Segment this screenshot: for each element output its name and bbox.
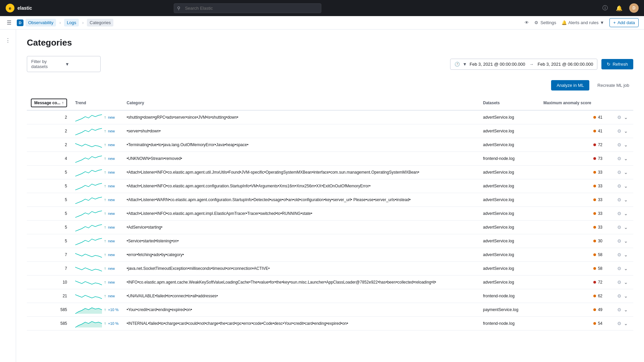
anomaly-dot xyxy=(593,226,596,229)
recreate-ml-btn[interactable]: Recreate ML job xyxy=(593,80,633,90)
row-settings-icon[interactable]: ⚙ xyxy=(617,197,622,202)
observe-icon-btn[interactable]: 👁 xyxy=(525,20,529,25)
row-settings-icon[interactable]: ⚙ xyxy=(617,293,622,299)
trend-cell: ↑ new xyxy=(71,152,123,166)
expand-btn[interactable]: ⌄ xyxy=(623,306,629,313)
anomaly-dot xyxy=(593,130,596,132)
actions-cell: ⚙ ⌄ xyxy=(606,110,633,124)
sparkline-svg xyxy=(75,251,102,259)
row-settings-icon[interactable]: ⚙ xyxy=(617,252,622,257)
expand-btn[interactable]: ⌄ xyxy=(623,114,629,121)
category-cell: •Attach•Listener•WARN•co.elastic.apm.age… xyxy=(123,193,479,207)
breadcrumb-observability[interactable]: Observability xyxy=(25,19,56,26)
dataset-cell: frontend-node.log xyxy=(479,289,539,303)
anomaly-cell: 33 xyxy=(539,179,606,193)
add-data-btn[interactable]: + Add data xyxy=(609,18,639,27)
refresh-btn[interactable]: ↻ Refresh xyxy=(601,59,633,69)
sidebar-toggle-icon[interactable]: ⋮ xyxy=(3,35,13,46)
time-picker[interactable]: 🕐 ▼ Feb 3, 2021 @ 00:00:00.000 → Feb 3, … xyxy=(450,59,597,70)
expand-btn[interactable]: ⌄ xyxy=(623,320,629,327)
expand-btn[interactable]: ⌄ xyxy=(623,141,629,148)
avatar[interactable]: D xyxy=(629,3,639,13)
expand-btn[interactable]: ⌄ xyxy=(623,238,629,244)
th-datasets[interactable]: Datasets xyxy=(479,96,539,110)
row-settings-icon[interactable]: ⚙ xyxy=(617,238,622,244)
actions-cell: ⚙ ⌄ xyxy=(606,262,633,276)
th-trend[interactable]: Trend xyxy=(71,96,123,110)
anomaly-cell: 30 xyxy=(539,234,606,248)
row-settings-icon[interactable]: ⚙ xyxy=(617,183,622,189)
anomaly-cell: 58 xyxy=(539,262,606,276)
sparkline-svg xyxy=(75,141,102,149)
count-cell: 7 xyxy=(27,248,71,262)
actions-top-row: Analyze in ML Recreate ML job xyxy=(27,80,633,90)
settings-icon: ⚙ xyxy=(534,20,538,25)
clock-icon: 🕐 xyxy=(454,62,460,67)
anomaly-cell: 33 xyxy=(539,207,606,221)
notifications-icon-btn[interactable]: 🔔 xyxy=(614,4,624,13)
table-body: 2 ↑ new •shutting•down•gRPC•ads•server•s… xyxy=(27,110,633,330)
expand-btn[interactable]: ⌄ xyxy=(623,279,629,286)
row-settings-icon[interactable]: ⚙ xyxy=(617,170,622,175)
expand-btn[interactable]: ⌄ xyxy=(623,155,629,162)
table-row: 5 ↑ new •Attach•Listener•INFO•co.elastic… xyxy=(27,207,633,221)
expand-btn[interactable]: ⌄ xyxy=(623,196,629,203)
search-input[interactable] xyxy=(174,3,321,13)
page-title: Categories xyxy=(27,38,633,48)
category-cell: •Terminating•due•to•java.lang.OutOfMemor… xyxy=(123,138,479,152)
anomaly-value: 33 xyxy=(598,197,602,202)
breadcrumb-logs[interactable]: Logs xyxy=(64,19,79,26)
help-icon-btn[interactable]: ⓘ xyxy=(601,3,609,13)
anomaly-value: 33 xyxy=(598,211,602,216)
row-settings-icon[interactable]: ⚙ xyxy=(617,321,622,326)
row-settings-icon[interactable]: ⚙ xyxy=(617,142,622,147)
observe-icon: 👁 xyxy=(525,20,529,25)
row-settings-icon[interactable]: ⚙ xyxy=(617,156,622,161)
sparkline-svg xyxy=(75,196,102,204)
row-settings-icon[interactable]: ⚙ xyxy=(617,307,622,312)
analyze-ml-btn[interactable]: Analyze in ML xyxy=(551,80,589,90)
expand-btn[interactable]: ⌄ xyxy=(623,169,629,176)
row-settings-icon[interactable]: ⚙ xyxy=(617,280,622,285)
anomaly-cell: 73 xyxy=(539,152,606,166)
actions-cell: ⚙ ⌄ xyxy=(606,179,633,193)
expand-btn[interactable]: ⌄ xyxy=(623,210,629,217)
settings-btn[interactable]: ⚙ Settings xyxy=(534,20,556,25)
anomaly-dot xyxy=(593,308,596,311)
hamburger-menu[interactable]: ☰ xyxy=(5,18,13,27)
sparkline-svg xyxy=(75,168,102,176)
sparkline-svg xyxy=(75,223,102,231)
anomaly-cell: 33 xyxy=(539,221,606,234)
expand-btn[interactable]: ⌄ xyxy=(623,251,629,258)
row-settings-icon[interactable]: ⚙ xyxy=(617,115,622,120)
th-category[interactable]: Category xyxy=(123,96,479,110)
expand-btn[interactable]: ⌄ xyxy=(623,293,629,299)
row-settings-icon[interactable]: ⚙ xyxy=(617,225,622,230)
table-row: 585 ↑+10 % •Your•credit•card•ending•expi… xyxy=(27,303,633,317)
row-settings-icon[interactable]: ⚙ xyxy=(617,266,622,271)
row-settings-icon[interactable]: ⚙ xyxy=(617,128,622,134)
th-message-count[interactable]: Message co... ↑ xyxy=(27,96,71,110)
count-cell: 5 xyxy=(27,166,71,179)
breadcrumb-current: Categories xyxy=(87,19,113,26)
anomaly-cell: 33 xyxy=(539,193,606,207)
anomaly-value: 58 xyxy=(598,266,602,271)
table-row: 5 ↑ new •Service•started•listening•on• a… xyxy=(27,234,633,248)
anomaly-value: 33 xyxy=(598,184,602,188)
expand-btn[interactable]: ⌄ xyxy=(623,265,629,272)
alerts-btn[interactable]: 🔔 Alerts and rules ▼ xyxy=(561,20,604,25)
th-anomaly[interactable]: Maximum anomaly score xyxy=(539,96,606,110)
anomaly-dot xyxy=(593,198,596,201)
settings-label: Settings xyxy=(540,20,556,25)
anomaly-dot xyxy=(593,143,596,146)
categories-table: Message co... ↑ Trend Category Datasets … xyxy=(27,96,633,330)
filter-dropdown[interactable]: Filter by datasets ▼ xyxy=(27,56,101,72)
category-cell: •Your•credit•card•ending•expired•on• xyxy=(123,303,479,317)
row-settings-icon[interactable]: ⚙ xyxy=(617,211,622,216)
expand-btn[interactable]: ⌄ xyxy=(623,183,629,189)
search-bar[interactable]: ⚲ xyxy=(174,3,321,13)
expand-btn[interactable]: ⌄ xyxy=(623,128,629,134)
expand-btn[interactable]: ⌄ xyxy=(623,224,629,231)
anomaly-cell: 41 xyxy=(539,110,606,124)
count-cell: 10 xyxy=(27,276,71,289)
